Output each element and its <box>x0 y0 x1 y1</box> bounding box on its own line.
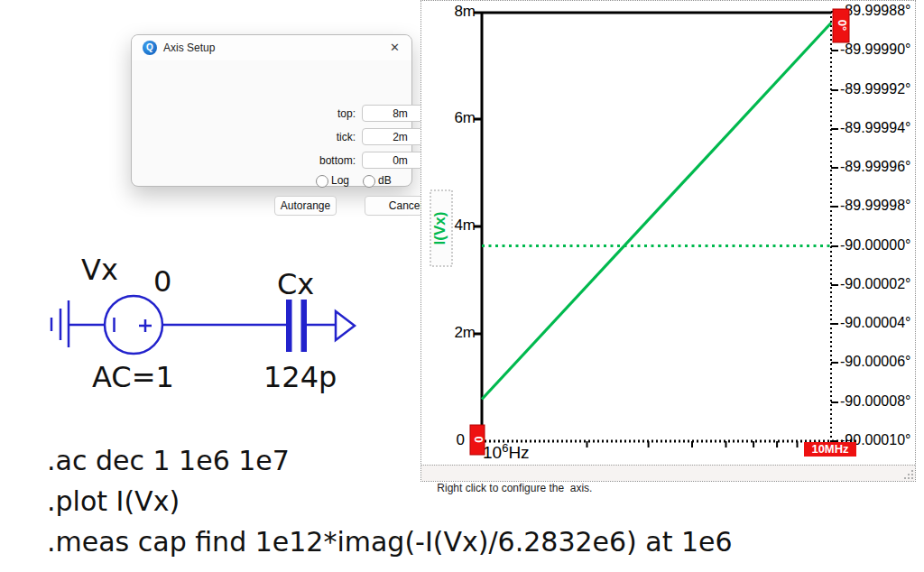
log-radio-label: Log <box>331 174 349 187</box>
waveform-window[interactable]: 8m 6m 4m 2m 0 -89.99988° -89.99990° -89.… <box>420 0 916 482</box>
right-tick-9: -90.00006° <box>840 354 910 369</box>
capacitor-symbol[interactable] <box>286 300 292 352</box>
x-end-label: 10MHz <box>811 442 849 456</box>
right-tick-1: -89.99990° <box>840 42 910 57</box>
right-axis-ticks <box>831 12 838 441</box>
db-radio[interactable] <box>363 175 375 188</box>
output-port-icon[interactable] <box>336 311 355 340</box>
spice-directive-meas[interactable]: .meas cap find 1e12*imag(-I(Vx)/6.2832e6… <box>47 526 733 558</box>
phase-cursor-value: 0° <box>836 20 849 31</box>
circuit-schematic[interactable]: Vx 0 Cx AC=1 124p <box>36 244 370 397</box>
left-tick-6m: 6m <box>454 109 476 126</box>
log-radio[interactable] <box>316 175 328 188</box>
right-tick-labels: -89.99988° -89.99990° -89.99992° -89.999… <box>840 3 910 447</box>
spice-directive-plot[interactable]: .plot I(Vx) <box>47 485 180 517</box>
x-start-unit: Hz <box>508 443 529 462</box>
source-value-label: AC=1 <box>92 360 174 394</box>
x-start-exponent: 6 <box>502 441 508 455</box>
left-tick-8m: 8m <box>454 3 476 20</box>
dialog-title: Axis Setup <box>163 42 215 54</box>
right-tick-2: -89.99992° <box>840 81 910 97</box>
right-tick-4: -89.99996° <box>840 159 910 174</box>
axis-setup-dialog: Q Axis Setup ✕ top: tick: bottom: Repres… <box>131 34 412 187</box>
x-start-label: 106Hz <box>483 441 530 462</box>
autorange-button[interactable]: Autorange <box>274 196 337 216</box>
waveform-plot[interactable]: 8m 6m 4m 2m 0 -89.99988° -89.99990° -89.… <box>421 1 915 465</box>
left-tick-0: 0 <box>457 431 465 448</box>
origin-cursor-value: 0 <box>472 436 485 442</box>
node-label: 0 <box>153 264 171 299</box>
plot-statusbar: Right click to configure the axis. <box>421 465 915 481</box>
spice-directive-ac[interactable]: .ac dec 1 1e6 1e7 <box>47 445 290 476</box>
cap-name-label: Cx <box>277 267 314 301</box>
ylabel: I(Vx) <box>431 212 448 245</box>
magnitude-trace[interactable] <box>482 23 831 400</box>
right-tick-8: -90.00004° <box>840 315 910 330</box>
left-tick-2m: 2m <box>454 324 476 341</box>
right-tick-10: -90.00008° <box>840 393 910 409</box>
right-tick-3: -89.99994° <box>840 120 910 135</box>
right-tick-6: -90.00000° <box>840 237 910 253</box>
top-field-label: top: <box>292 107 356 120</box>
cap-value-label: 124p <box>263 360 337 394</box>
right-tick-0: -89.99988° <box>840 3 910 18</box>
source-name-label: Vx <box>81 253 118 287</box>
tick-field-label: tick: <box>292 131 356 143</box>
x-axis-ticks <box>587 441 832 447</box>
dialog-titlebar[interactable]: Q Axis Setup ✕ <box>132 35 411 60</box>
statusbar-hint: Right click to configure the axis. <box>437 482 592 494</box>
qspice-logo-icon: Q <box>143 41 157 55</box>
left-tick-4m: 4m <box>454 217 476 234</box>
db-radio-label: dB <box>378 174 392 187</box>
schematic-wires <box>51 296 355 354</box>
close-icon[interactable]: ✕ <box>390 41 400 54</box>
resize-grip-icon[interactable] <box>903 469 914 480</box>
bottom-field-label: bottom: <box>292 154 356 167</box>
cursor-markers: 0° 0 10MHz <box>470 9 856 457</box>
right-tick-7: -90.00002° <box>840 276 910 291</box>
right-tick-5: -89.99998° <box>840 198 910 213</box>
x-start-base: 10 <box>483 443 502 462</box>
